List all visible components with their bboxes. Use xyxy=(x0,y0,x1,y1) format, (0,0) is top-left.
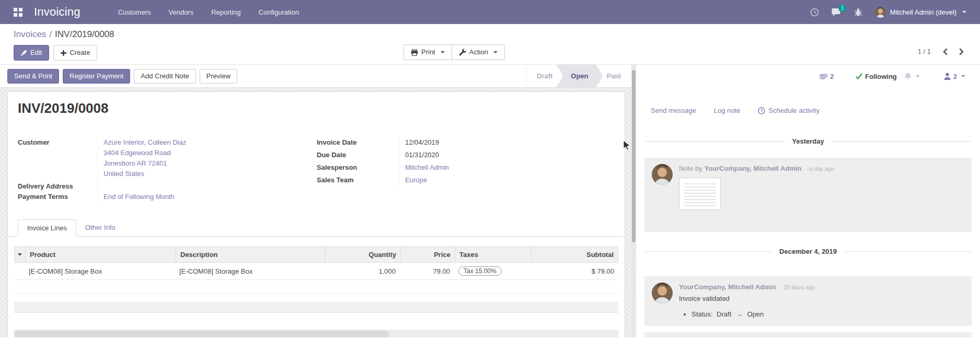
state-paid[interactable]: Paid xyxy=(596,65,631,87)
bug-icon[interactable] xyxy=(854,8,862,17)
pager: 1 / 1 xyxy=(918,48,964,55)
tracking-message: YourCompany, Mitchell Admin - 20 days ag… xyxy=(644,276,972,326)
user-name: Mitchell Admin (devel) xyxy=(890,8,956,16)
followers-count: 2 xyxy=(953,73,957,80)
header-product[interactable]: Product xyxy=(25,247,176,262)
attachments-count: 2 xyxy=(830,73,834,80)
menu-reporting[interactable]: Reporting xyxy=(211,8,240,16)
log-note-button[interactable]: Log note xyxy=(714,107,741,114)
print-button[interactable]: Print xyxy=(403,44,452,60)
table-header-row: Product Description Quantity Price Taxes… xyxy=(14,247,618,263)
followers-person-icon xyxy=(944,73,951,80)
invoice-lines-table: Product Description Quantity Price Taxes… xyxy=(14,247,618,337)
caret-down-icon xyxy=(441,51,445,53)
chatter-pane: 2 Following 2 Send message Log xyxy=(636,65,980,337)
register-payment-button[interactable]: Register Payment xyxy=(63,69,130,84)
action-button[interactable]: Action xyxy=(452,44,505,60)
activities-clock-icon[interactable] xyxy=(810,8,819,17)
header-quantity[interactable]: Quantity xyxy=(325,247,400,262)
action-wrench-icon xyxy=(459,49,466,56)
edit-button[interactable]: Edit xyxy=(14,45,49,61)
menu-configuration[interactable]: Configuration xyxy=(259,8,299,16)
attachments-button[interactable]: 2 xyxy=(820,72,834,80)
vertical-scrollbar[interactable] xyxy=(631,65,636,337)
chatter-topbar: 2 Following 2 xyxy=(636,65,980,88)
horizontal-scrollbar-thumb[interactable] xyxy=(14,331,389,337)
state-draft[interactable]: Draft xyxy=(526,65,563,87)
create-button[interactable]: Create xyxy=(53,45,97,61)
edit-pencil-icon xyxy=(21,50,27,56)
pager-previous-icon[interactable] xyxy=(942,48,948,55)
preview-button[interactable]: Preview xyxy=(200,69,237,84)
delivery-address-value xyxy=(97,181,317,192)
print-icon xyxy=(411,49,418,56)
empty-line xyxy=(14,294,618,302)
user-menu[interactable]: Mitchell Admin (devel) xyxy=(875,7,966,18)
salesperson-value[interactable]: Mitchell Admin xyxy=(399,162,615,173)
table-row[interactable]: [E-COM08] Storage Box [E-COM08] Storage … xyxy=(14,263,618,280)
date-divider-december: December 4, 2019 xyxy=(644,248,972,255)
send-message-button[interactable]: Send message xyxy=(651,107,696,114)
customer-value: Azure Interior, Colleen Diaz 3404 Edgewo… xyxy=(97,137,317,179)
cell-product[interactable]: [E-COM08] Storage Box xyxy=(25,264,175,279)
following-button[interactable]: Following xyxy=(856,73,897,80)
tab-other-info[interactable]: Other Info xyxy=(76,219,124,237)
statusbar: Send & Print Register Payment Add Credit… xyxy=(0,65,631,88)
invoice-number-title: INV/2019/0008 xyxy=(18,100,625,116)
app-title: Invoicing xyxy=(34,5,80,19)
invoicing-app-window: Invoicing Customers Vendors Reporting Co… xyxy=(0,0,980,340)
invoice-date-value: 12/04/2019 xyxy=(399,137,615,148)
messages-chat-icon[interactable]: 1 xyxy=(832,8,841,17)
cell-subtotal[interactable]: $ 79.00 xyxy=(531,264,618,279)
message-avatar[interactable] xyxy=(652,164,673,185)
cell-price[interactable]: 79.00 xyxy=(400,264,454,279)
customer-label: Customer xyxy=(18,137,97,179)
cell-taxes[interactable]: Tax 15.00% xyxy=(454,263,531,279)
sort-caret-icon[interactable] xyxy=(15,247,25,262)
attachment-thumbnail[interactable] xyxy=(679,178,721,210)
header-subtotal[interactable]: Subtotal xyxy=(531,247,618,262)
cell-description[interactable]: [E-COM08] Storage Box xyxy=(175,264,325,279)
pager-next-icon[interactable] xyxy=(959,48,964,55)
date-divider-yesterday: Yesterday xyxy=(644,137,972,145)
due-date-value: 01/31/2020 xyxy=(399,150,615,160)
message-body: Invoice validated xyxy=(679,294,964,303)
header-taxes[interactable]: Taxes xyxy=(455,247,531,262)
header-description[interactable]: Description xyxy=(176,247,325,262)
breadcrumb-invoices[interactable]: Invoices xyxy=(14,29,46,39)
schedule-clock-icon xyxy=(758,107,765,114)
control-panel: Invoices/INV/2019/0008 Edit Create Print xyxy=(0,24,980,64)
customer-name-link[interactable]: Azure Interior, Colleen Diaz xyxy=(103,137,317,148)
vertical-scrollbar-thumb[interactable] xyxy=(632,70,636,242)
add-credit-note-button[interactable]: Add Credit Note xyxy=(134,69,196,84)
tracking-message: YourCompany, Mitchell Admin - 20 days ag… xyxy=(644,332,972,337)
header-price[interactable]: Price xyxy=(400,247,455,262)
sales-team-value[interactable]: Europe xyxy=(399,175,615,185)
menu-customers[interactable]: Customers xyxy=(118,8,151,16)
message-avatar[interactable] xyxy=(652,283,673,303)
horizontal-scrollbar[interactable] xyxy=(14,330,618,337)
menu-vendors[interactable]: Vendors xyxy=(169,8,194,16)
message-author[interactable]: YourCompany, Mitchell Admin xyxy=(704,165,801,172)
chatter-actions: Send message Log note Schedule activity xyxy=(651,107,980,114)
caret-down-icon xyxy=(962,11,966,13)
form-view-pane: Send & Print Register Payment Add Credit… xyxy=(0,65,631,337)
message-time: - a day ago xyxy=(805,166,834,172)
payment-terms-value[interactable]: End of Following Month xyxy=(97,192,317,202)
send-print-button[interactable]: Send & Print xyxy=(7,69,59,84)
cell-quantity[interactable]: 1.000 xyxy=(325,264,400,279)
sales-team-label: Sales Team xyxy=(317,175,399,185)
arrow-right-icon: → xyxy=(736,310,743,318)
followers-button[interactable]: 2 xyxy=(944,73,965,80)
caret-down-icon xyxy=(493,51,498,53)
tracking-value: Status: Draft → Open xyxy=(691,309,964,320)
notification-bell-button[interactable] xyxy=(904,73,920,80)
apps-grid-icon[interactable] xyxy=(14,8,22,17)
status-pipeline: Draft Open Paid xyxy=(526,65,631,87)
schedule-activity-button[interactable]: Schedule activity xyxy=(758,107,820,114)
breadcrumb-current: INV/2019/0008 xyxy=(55,29,114,39)
invoice-sheet: INV/2019/0008 Customer Azure Interior, C… xyxy=(7,91,625,337)
message-author[interactable]: YourCompany, Mitchell Admin xyxy=(679,283,776,291)
pager-value[interactable]: 1 / 1 xyxy=(918,48,931,55)
tab-invoice-lines[interactable]: Invoice Lines xyxy=(18,219,76,237)
